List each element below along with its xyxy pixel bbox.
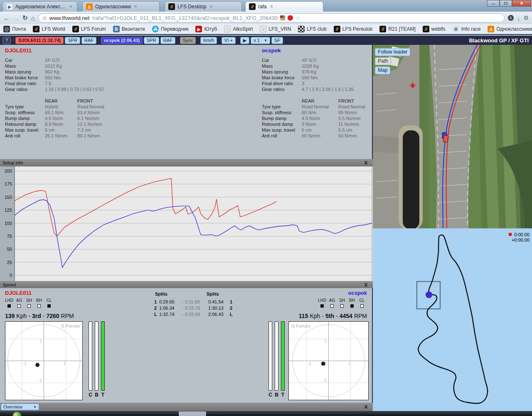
lap-timer: 0:00.00 +0:00.00 (509, 232, 530, 242)
driver2-spr-button[interactable]: SPR (144, 37, 159, 44)
bookmark-alkospirt[interactable]: ○AlkoSpirt (224, 26, 253, 32)
driver1-raf-button[interactable]: RAF (81, 37, 96, 44)
sf-button[interactable]: SF (271, 37, 283, 44)
flag-sh[interactable]: SH (337, 298, 347, 308)
lfs-icon: // (334, 26, 340, 32)
units-button[interactable]: Km/h (200, 37, 217, 44)
driver1-spr-button[interactable]: SPR (65, 37, 80, 44)
playback-speed-select[interactable]: x 1▼ (251, 37, 270, 44)
start-orb-icon[interactable] (12, 412, 22, 416)
lfs-icon: // (33, 26, 39, 32)
taskbar-app-button[interactable] (179, 411, 206, 416)
flag-lhd[interactable]: LHD (4, 298, 14, 308)
lfs-icon: // (72, 26, 79, 32)
checkbox (7, 304, 11, 308)
driver2-button[interactable]: ocspok (2:06.43) (101, 37, 143, 44)
tab-title: LFS Desktop (177, 4, 206, 10)
follow-leader-button[interactable]: Follow leader (375, 48, 410, 56)
bookmark-translator[interactable]: ⁂Переводчик (152, 26, 189, 32)
bookmark-mail[interactable]: @Почта (3, 26, 26, 32)
path-button[interactable]: Path (375, 57, 391, 65)
home-icon[interactable]: ⌂ (31, 15, 35, 22)
tab-close-icon[interactable]: × (270, 4, 273, 10)
svg-text:-1: -1 (308, 361, 311, 366)
extension-icon[interactable]: S (508, 15, 514, 21)
url-domain: www.lfsworld.net (49, 15, 90, 21)
bookmark-lfs-pereulok[interactable]: //LFS Pereulok (334, 26, 373, 32)
bookmark-r21-team[interactable]: //R21 [TEAM] (379, 26, 415, 32)
gforce-dot (35, 363, 39, 367)
flag-cl[interactable]: CL (44, 298, 54, 308)
adblock-icon[interactable] (288, 15, 293, 21)
close-button[interactable]: × (512, 0, 531, 7)
bookmark-lfs-club[interactable]: LFS club (298, 26, 326, 32)
checkbox (320, 304, 324, 308)
checkbox (360, 304, 364, 308)
tab-close-icon[interactable]: × (209, 4, 212, 10)
view-mode-select[interactable]: Overview▼ (1, 404, 39, 410)
flag-lhd[interactable]: LHD (317, 298, 327, 308)
sync-button[interactable]: Sync (180, 37, 196, 44)
bookmark-youtube[interactable]: ▶Ютуб (195, 26, 217, 32)
help-button[interactable]: ? (2, 37, 11, 44)
map-button[interactable]: Map (375, 66, 390, 74)
settings-wrench-icon[interactable]: ⚙ (523, 15, 529, 21)
tab-lfs-desktop[interactable]: // LFS Desktop × (165, 1, 242, 12)
close-speed-button[interactable]: X (365, 282, 367, 287)
speed-chart: 0255075100125150175200 (0, 166, 373, 281)
tab-rafa[interactable]: // rafa × (245, 1, 323, 12)
driver2-name: ocspok (262, 47, 281, 54)
track-map[interactable]: 0:00.00 +0:00.00 (373, 228, 532, 411)
tab-vk-audio[interactable]: ▶ Аудиозаписи Александра × (2, 1, 77, 12)
driver2-setup-table: CarXF GTI Mass1028 Kg Mass sprung978 Kg … (262, 57, 372, 92)
close-overview-button[interactable]: X (365, 404, 367, 409)
play-button[interactable]: ▶ (240, 37, 249, 44)
maximize-button[interactable] (500, 0, 512, 7)
checkbox (17, 304, 21, 308)
gforce-dot (321, 362, 325, 366)
address-bar[interactable]: ⊙ www.lfsworld.net /rafa/?raf1=DJOLE_011… (38, 13, 505, 22)
svg-text:50: 50 (7, 247, 12, 252)
driver2-raf-button[interactable]: RAF (160, 37, 175, 44)
driver1-tyre-table: REARFRONT Tyre typeHybridRoad Normal Sus… (5, 98, 184, 139)
bookmark-weblfs[interactable]: //weblfs (423, 26, 446, 32)
minimize-button[interactable]: — (487, 0, 500, 7)
back-icon[interactable]: ← (3, 15, 10, 22)
flag-ag[interactable]: AG (14, 298, 24, 308)
tab-close-icon[interactable]: × (134, 4, 137, 10)
odnoklassniki-icon: ♙ (86, 3, 93, 10)
bookmark-odnoklassniki[interactable]: ♙Одноклассники (488, 26, 532, 32)
bookmark-lfs-vrn[interactable]: ○LFS_VRN (260, 26, 291, 32)
vk-audio-icon: ▶ (6, 3, 13, 10)
driver1-button[interactable]: DJOLE011 (1:32.74) (15, 37, 64, 44)
globe-icon: ⊕ (453, 26, 459, 32)
driver2-gforce-box: G Forces 1 -1 1 -1 (288, 321, 369, 400)
tab-strip: ▶ Аудиозаписи Александра × ♙ Одноклассни… (0, 0, 532, 12)
driver1-flags: LHD AG SH BH CL (4, 298, 54, 308)
bookmark-star-icon[interactable]: ☆ (296, 15, 301, 21)
graph-zoom-button[interactable]: V\ + (222, 37, 236, 44)
bookmarks-bar: @Почта //LFS World //LFS Forum ВВконтакт… (0, 24, 532, 35)
tab-close-icon[interactable]: × (69, 4, 72, 10)
svg-text:-1: -1 (23, 361, 27, 366)
driver1-gforce-box: G Forces 1 -1 1 -1 (5, 321, 83, 400)
close-setup-info-button[interactable]: X (365, 160, 367, 165)
keyboard-layout-icon[interactable] (280, 15, 285, 20)
flag-cl[interactable]: CL (357, 298, 367, 308)
bookmark-info-race[interactable]: ⊕Info race (453, 26, 481, 32)
flag-sh[interactable]: SH (24, 298, 34, 308)
windows-taskbar[interactable] (0, 411, 532, 416)
download-arrow-icon[interactable]: ↓ (517, 15, 520, 22)
throttle-label: T (280, 392, 286, 398)
flag-bh[interactable]: BH (34, 298, 44, 308)
tab-odnoklassniki[interactable]: ♙ Одноклассники × (82, 1, 160, 12)
reload-icon[interactable]: ↻ (22, 14, 28, 22)
satellite-map[interactable]: Follow leader Path Map (373, 45, 532, 228)
bookmark-vk[interactable]: ВВконтакте (113, 26, 145, 32)
flag-ag[interactable]: AG (327, 298, 337, 308)
bookmark-lfs-world[interactable]: //LFS World (33, 26, 65, 32)
bookmark-lfs-forum[interactable]: //LFS Forum (72, 26, 106, 32)
flag-bh[interactable]: BH (347, 298, 357, 308)
svg-text:G Forces: G Forces (291, 323, 310, 328)
forward-icon[interactable]: → (13, 15, 19, 22)
